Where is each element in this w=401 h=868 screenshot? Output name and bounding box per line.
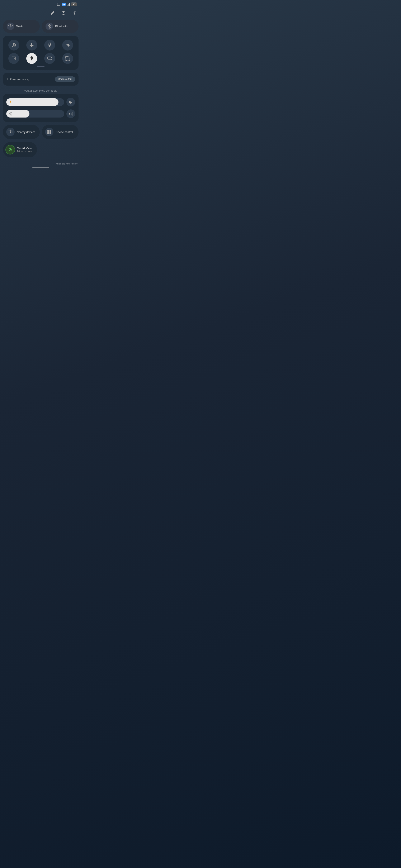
nfc-icon [57,2,61,6]
svg-point-9 [10,131,11,132]
smart-view-title: Smart View [17,147,32,150]
svg-marker-17 [10,149,11,151]
brightness-fill [6,98,58,106]
device-control-tile[interactable]: Device control [42,125,79,139]
brightness-slider[interactable]: ☀ [6,98,64,106]
5g-badge: 5G [62,3,66,6]
bluetooth-label: Bluetooth [55,25,67,28]
connectivity-row: Wi-Fi Bluetooth [3,20,79,33]
data-transfer-toggle[interactable] [60,40,76,51]
data-transfer-icon [62,40,73,51]
status-bar: 5G 90 [3,0,79,7]
volume-slider[interactable]: ♪)) [6,110,64,118]
svg-point-4 [13,44,15,46]
nearby-devices-icon [6,128,15,136]
smart-view-subtitle: Mirror screen [17,150,32,153]
media-player: ♩ Play last song Media output [3,73,79,86]
top-actions-row [3,7,79,20]
screen-record-icon [44,53,55,64]
screen-record-toggle[interactable] [42,53,58,64]
smart-view-tile[interactable]: Smart View Mirror screen [3,142,37,157]
svg-rect-7 [48,57,51,59]
svg-rect-0 [57,3,60,6]
screenshot-toggle[interactable] [60,53,76,64]
nfc-toggle[interactable] [6,53,22,64]
media-label: Play last song [9,78,29,81]
screenshot-icon [62,53,73,64]
location-toggle[interactable] [24,53,40,64]
watermark-text: youtube.com/@MBernardK [3,89,79,94]
smart-view-text: Smart View Mirror screen [17,147,32,153]
auto-rotate-toggle[interactable] [6,40,22,51]
bottom-tiles-row: Nearby devices Device control [3,125,79,139]
toggles-grid [6,40,76,64]
power-button[interactable] [60,9,67,16]
status-icons: 5G 90 [57,2,77,6]
svg-point-10 [9,130,12,133]
brightness-row: ☀ [6,98,75,106]
auto-rotate-icon [8,40,19,51]
media-left: ♩ Play last song [6,77,29,81]
device-control-label: Device control [56,130,73,133]
svg-rect-14 [48,132,49,134]
airplane-icon [26,40,37,51]
music-volume-icon: ♪)) [8,112,12,116]
smart-view-icon [5,145,15,154]
wifi-icon [7,23,14,30]
svg-point-2 [74,12,75,13]
bluetooth-icon [46,23,53,30]
nav-bar-indicator [32,167,49,168]
svg-point-3 [10,28,11,28]
edit-button[interactable] [49,9,56,16]
sliders-panel: ☀ ♪)) [3,94,79,122]
volume-row: ♪)) [6,110,75,118]
night-mode-button[interactable] [66,98,75,106]
attribution-text: ANDROID AUTHORITY [3,162,79,165]
media-output-button[interactable]: Media output [55,76,75,82]
svg-rect-8 [65,56,70,61]
svg-rect-15 [50,132,51,134]
nearby-devices-label: Nearby devices [17,130,35,133]
drag-handle [37,66,45,67]
mute-button[interactable] [66,110,75,118]
flashlight-toggle[interactable] [42,40,58,51]
airplane-mode-toggle[interactable] [24,40,40,51]
wifi-label: Wi-Fi [16,25,23,28]
svg-rect-13 [50,130,51,132]
battery-badge: 90 [71,2,77,6]
bluetooth-toggle[interactable]: Bluetooth [42,20,79,33]
svg-point-6 [31,57,32,58]
settings-button[interactable] [71,9,78,16]
location-icon [26,53,37,64]
svg-rect-12 [48,130,49,132]
nearby-devices-tile[interactable]: Nearby devices [3,125,40,139]
flashlight-icon [44,40,55,51]
music-note-icon: ♩ [6,77,8,81]
sun-icon: ☀ [9,100,12,104]
nfc-toggle-icon [8,53,19,64]
quick-toggles-panel [3,36,79,70]
device-control-icon [45,128,54,136]
svg-rect-5 [12,57,16,60]
signal-bars [67,3,70,6]
wifi-toggle[interactable]: Wi-Fi [3,20,40,33]
